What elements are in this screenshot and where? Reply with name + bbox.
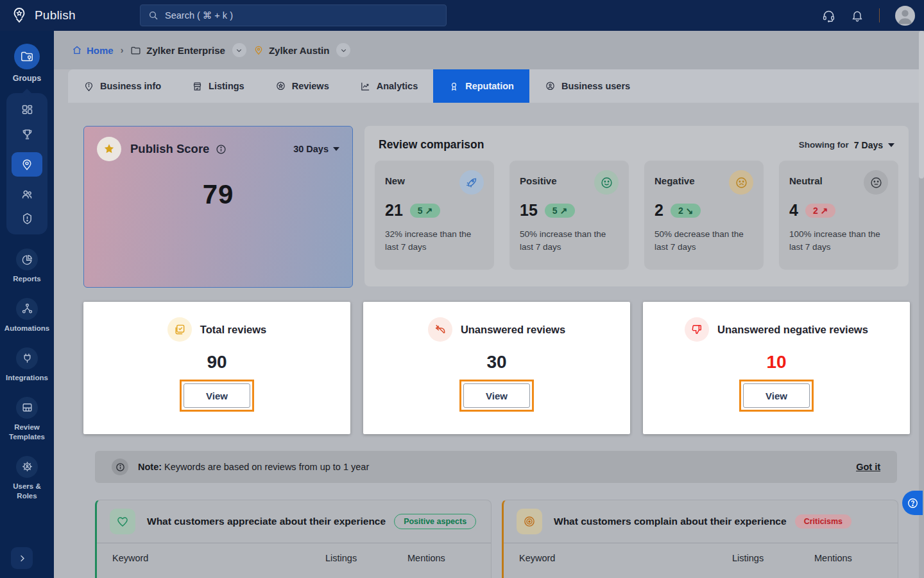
users-roles-gear-icon <box>21 460 33 473</box>
home-icon <box>72 45 82 55</box>
unanswered-negative-reviews-value: 10 <box>766 352 786 372</box>
trend-pill-up: 5 ↗ <box>410 204 440 218</box>
rocket-icon <box>459 170 484 195</box>
topbar-divider <box>879 8 880 22</box>
folder-icon <box>130 45 141 56</box>
people-icon[interactable] <box>21 188 34 201</box>
info-circle-icon <box>112 459 128 475</box>
positive-table-header: Keyword Listings Mentions <box>97 543 491 563</box>
reports-pie-icon <box>21 254 33 266</box>
meh-icon <box>864 170 888 195</box>
dashboard-grid-icon[interactable] <box>21 103 34 117</box>
breadcrumb-separator: › <box>121 45 124 55</box>
view-total-reviews-button[interactable]: View <box>184 383 250 408</box>
unanswered-reviews-icon <box>428 317 452 342</box>
sidebar-group-panel <box>6 93 47 234</box>
smiley-icon <box>594 170 619 195</box>
location-pin-icon <box>21 158 33 171</box>
search-input[interactable] <box>165 10 438 21</box>
groups-folder-pin-icon <box>20 49 34 64</box>
frown-icon <box>729 170 753 195</box>
location-pin-orange-icon <box>253 45 264 55</box>
tab-analytics[interactable]: Analytics <box>345 69 433 103</box>
review-comparison-panel: Review comparison Showing for 7 Days New <box>364 126 909 286</box>
sidebar-item-users-roles[interactable]: Users & Roles <box>0 456 54 501</box>
trend-pill-up-bad: 2 ↗ <box>805 204 835 218</box>
comparison-card-neutral: Neutral 4 2 ↗ 100% increase than the las… <box>779 161 898 270</box>
trend-pill-up: 5 ↗ <box>545 204 575 218</box>
publish-logo-icon <box>10 6 28 24</box>
breadcrumb-organization[interactable]: Zylker Enterprise <box>130 45 225 56</box>
organization-dropdown-chevron[interactable] <box>232 43 246 57</box>
main-area: Home › Zylker Enterprise Zylker Austin <box>54 31 924 578</box>
trophy-icon[interactable] <box>21 128 34 141</box>
keywords-note-bar: Note: Keywords are based on reviews from… <box>95 451 897 483</box>
unanswered-negative-reviews-card: Unanswered negative reviews 10 View <box>643 302 910 434</box>
publish-score-card: Publish Score 30 Days 79 <box>83 126 353 288</box>
sidebar-item-review-templates[interactable]: Review Templates <box>0 397 54 442</box>
reputation-content: Publish Score 30 Days 79 Review comparis… <box>54 103 924 578</box>
sidebar-item-automations[interactable]: Automations <box>0 298 54 333</box>
bullseye-icon <box>517 509 542 534</box>
panel-notch <box>22 89 31 98</box>
walkthrough-highlight: View <box>459 380 534 412</box>
user-avatar[interactable] <box>895 6 915 26</box>
view-unanswered-negative-button[interactable]: View <box>743 383 810 408</box>
tab-listings[interactable]: Listings <box>176 69 260 103</box>
unanswered-reviews-value: 30 <box>486 352 506 372</box>
criticism-panel-title: What customers complain about their expe… <box>554 516 787 527</box>
question-mark-icon <box>907 497 919 509</box>
sidebar-groups-label: Groups <box>0 74 54 83</box>
star-icon <box>97 137 121 161</box>
positive-aspects-badge: Positive aspects <box>394 514 476 529</box>
search-icon <box>148 10 158 21</box>
sidebar: Groups <box>0 31 54 578</box>
tab-reputation[interactable]: Reputation <box>433 69 529 103</box>
score-period-dropdown[interactable]: 30 Days <box>293 144 339 154</box>
total-reviews-value: 90 <box>207 352 227 372</box>
view-unanswered-reviews-button[interactable]: View <box>463 383 530 408</box>
unanswered-reviews-card: Unanswered reviews 30 View <box>363 302 630 434</box>
location-dropdown-chevron[interactable] <box>336 43 350 57</box>
comparison-period-dropdown[interactable]: Showing for 7 Days <box>799 140 894 150</box>
positive-panel-title: What customers appreciate about their ex… <box>147 516 386 527</box>
notifications-bell-icon[interactable] <box>851 9 864 22</box>
tab-reviews[interactable]: Reviews <box>260 69 345 103</box>
sidebar-expand-button[interactable] <box>11 547 33 569</box>
info-icon[interactable] <box>216 144 227 155</box>
app-logo: Publish <box>0 6 76 24</box>
criticisms-badge: Criticisms <box>795 514 851 529</box>
help-button[interactable] <box>902 491 923 515</box>
sidebar-groups-button[interactable] <box>14 44 40 69</box>
sidebar-item-reports[interactable]: Reports <box>0 249 54 284</box>
sidebar-item-locations-active[interactable] <box>12 152 42 177</box>
walkthrough-highlight: View <box>180 380 254 412</box>
tabbar: Business info Listings Reviews Analytics <box>68 69 924 103</box>
comparison-card-positive: Positive 15 5 ↗ 50% increase than the la… <box>509 161 629 270</box>
got-it-link[interactable]: Got it <box>856 462 880 472</box>
breadcrumb-location[interactable]: Zylker Austin <box>253 45 329 56</box>
app-title: Publish <box>35 8 76 22</box>
thumbs-down-icon <box>685 317 709 342</box>
tab-business-users[interactable]: Business users <box>529 69 646 103</box>
comparison-card-negative: Negative 2 2 ↘ 50% decrease than the las… <box>644 161 764 270</box>
walkthrough-highlight: View <box>739 380 814 412</box>
chevron-down-icon <box>888 143 894 147</box>
global-search[interactable] <box>140 4 447 26</box>
comparison-card-new: New 21 5 ↗ 32% increase than the last 7 … <box>375 161 494 270</box>
breadcrumb: Home › Zylker Enterprise Zylker Austin <box>54 31 924 69</box>
total-reviews-icon <box>167 317 192 342</box>
publish-score-value: 79 <box>84 179 352 210</box>
sidebar-item-integrations[interactable]: Integrations <box>0 347 54 383</box>
criticism-table-header: Keyword Listings Mentions <box>504 543 898 563</box>
tab-business-info[interactable]: Business info <box>68 69 176 103</box>
issue-badge-icon[interactable] <box>21 212 34 225</box>
breadcrumb-home-link[interactable]: Home <box>72 45 114 56</box>
review-comparison-title: Review comparison <box>379 138 484 152</box>
support-headset-icon[interactable] <box>822 9 835 22</box>
positive-keywords-panel: What customers appreciate about their ex… <box>95 500 492 578</box>
scrollbar-thumb[interactable] <box>919 31 924 179</box>
publish-score-title: Publish Score <box>130 142 209 156</box>
review-templates-icon <box>21 401 33 414</box>
chevron-right-icon <box>17 554 27 563</box>
